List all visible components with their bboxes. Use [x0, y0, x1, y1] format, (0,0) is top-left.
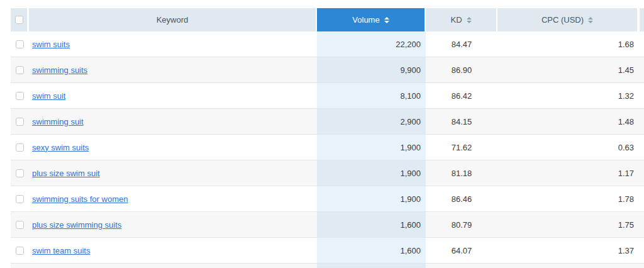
table-row: plus size swimming suits 1,600 80.79 1.7…	[11, 212, 644, 238]
column-header-cpc-label: CPC (USD)	[541, 15, 584, 25]
keyword-link[interactable]: swim team suits	[32, 246, 90, 255]
cpc-value: 0.63	[618, 143, 634, 152]
keyword-cell: sexy swim suits	[29, 135, 317, 160]
kd-value: 71.62	[452, 143, 472, 152]
row-checkbox[interactable]	[16, 92, 24, 100]
sort-icon[interactable]	[467, 17, 472, 23]
volume-value: 1,900	[400, 169, 421, 178]
keyword-table-screen: Keyword Volume KD CPC (USD)	[0, 0, 644, 268]
column-header-keyword-label: Keyword	[157, 15, 189, 25]
column-header-cpc[interactable]: CPC (USD)	[497, 8, 640, 31]
volume-value: 1,600	[400, 220, 421, 230]
cpc-value: 1.75	[618, 220, 634, 230]
keyword-cell: swim team suits	[29, 238, 317, 263]
kd-value: 64.07	[452, 246, 472, 255]
cpc-cell: 1.48	[497, 109, 640, 134]
cpc-cell: 1.17	[497, 160, 640, 186]
keyword-cell: swimming suits	[29, 57, 317, 82]
row-checkbox[interactable]	[16, 118, 24, 126]
cpc-value: 1.78	[618, 194, 634, 204]
cpc-value: 1.68	[618, 40, 634, 49]
row-checkbox[interactable]	[16, 40, 24, 48]
kd-cell: 81.18	[426, 160, 497, 186]
row-select-cell	[11, 135, 29, 160]
cpc-cell: 1.68	[497, 31, 640, 57]
column-header-clipped	[640, 8, 644, 31]
kd-value: 86.90	[452, 65, 472, 75]
keyword-cell: swim suit	[29, 83, 317, 108]
keyword-cell: plus size swim suit	[29, 160, 317, 186]
keyword-link[interactable]: plus size swim suit	[32, 169, 100, 178]
row-select-cell	[11, 160, 29, 186]
kd-value: 84.15	[452, 117, 472, 126]
row-checkbox[interactable]	[16, 169, 24, 177]
column-header-kd-label: KD	[450, 15, 462, 25]
clipped-cell	[640, 135, 644, 160]
keyword-link[interactable]: swimming suits for women	[32, 194, 128, 204]
volume-value: 9,900	[400, 65, 421, 75]
table-row: sexy swim suits 1,900 71.62 0.63	[11, 135, 644, 160]
volume-cell: 9,900	[317, 57, 426, 82]
table-header-row: Keyword Volume KD CPC (USD)	[11, 8, 644, 31]
cpc-cell: 1.32	[497, 83, 640, 108]
cpc-cell: 1.45	[497, 57, 640, 82]
volume-value: 1,600	[400, 246, 421, 255]
kd-cell: 86.42	[426, 83, 497, 108]
row-checkbox[interactable]	[16, 66, 24, 74]
clipped-cell	[640, 238, 644, 263]
table-row: swimming suits for women 1,900 86.46 1.7…	[11, 186, 644, 212]
select-all-checkbox[interactable]	[15, 16, 23, 24]
volume-cell: 1,900	[317, 186, 426, 211]
keyword-link[interactable]: swim suit	[32, 91, 65, 101]
volume-cell: 1,600	[317, 238, 426, 263]
table-row-partial	[11, 264, 644, 268]
volume-value: 1,900	[400, 194, 421, 204]
kd-value: 86.42	[452, 91, 472, 101]
sort-icon[interactable]	[384, 17, 389, 23]
volume-cell: 1,900	[317, 160, 426, 186]
volume-value: 2,900	[400, 117, 421, 126]
table-body: swim suits 22,200 84.47 1.68 swimming su…	[11, 31, 644, 264]
keyword-cell: plus size swimming suits	[29, 212, 317, 237]
clipped-cell	[640, 109, 644, 134]
column-header-volume[interactable]: Volume	[317, 8, 426, 31]
row-checkbox[interactable]	[16, 195, 24, 203]
volume-value: 1,900	[400, 143, 421, 152]
cpc-value: 1.32	[618, 91, 634, 101]
row-checkbox[interactable]	[16, 221, 24, 229]
sort-icon[interactable]	[588, 17, 593, 23]
table-row: swim suits 22,200 84.47 1.68	[11, 31, 644, 57]
row-select-cell	[11, 238, 29, 263]
volume-cell: 1,900	[317, 135, 426, 160]
keyword-link[interactable]: swim suits	[32, 40, 70, 49]
keyword-link[interactable]: sexy swim suits	[32, 143, 89, 152]
volume-value: 22,200	[396, 40, 421, 49]
kd-cell: 86.46	[426, 186, 497, 211]
column-header-kd[interactable]: KD	[426, 8, 497, 31]
clipped-cell	[640, 212, 644, 237]
keyword-link[interactable]: swimming suit	[32, 117, 84, 126]
clipped-cell	[640, 160, 644, 186]
keyword-cell: swim suits	[29, 31, 317, 57]
kd-cell: 84.15	[426, 109, 497, 134]
kd-value: 84.47	[452, 40, 472, 49]
row-select-cell	[11, 31, 29, 57]
keyword-link[interactable]: swimming suits	[32, 65, 87, 75]
row-checkbox[interactable]	[16, 143, 24, 152]
clipped-cell	[640, 83, 644, 108]
keyword-link[interactable]: plus size swimming suits	[32, 220, 121, 230]
kd-cell: 64.07	[426, 238, 497, 263]
cpc-cell: 1.37	[497, 238, 640, 263]
kd-cell: 86.90	[426, 57, 497, 82]
kd-value: 80.79	[452, 220, 472, 230]
volume-cell: 2,900	[317, 109, 426, 134]
table-row: swim suit 8,100 86.42 1.32	[11, 83, 644, 109]
table-row: swimming suit 2,900 84.15 1.48	[11, 109, 644, 135]
kd-cell: 80.79	[426, 212, 497, 237]
select-all-cell	[11, 8, 29, 31]
kd-cell: 84.47	[426, 31, 497, 57]
row-checkbox[interactable]	[16, 247, 24, 255]
cpc-cell: 1.75	[497, 212, 640, 237]
keyword-table: Keyword Volume KD CPC (USD)	[11, 8, 644, 268]
row-select-cell	[11, 186, 29, 211]
